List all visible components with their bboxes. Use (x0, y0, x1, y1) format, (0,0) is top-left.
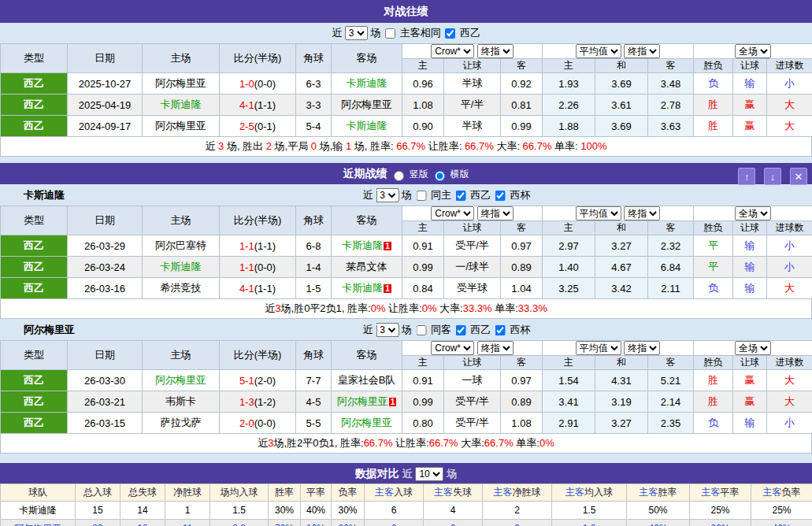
date-cell: 26-03-21 (68, 391, 143, 413)
stat-cell: 40% (301, 502, 332, 520)
away-team: 卡斯迪隆1 (332, 278, 402, 299)
col-ah-home: 主 (402, 356, 444, 370)
handicap-final-select[interactable]: 终指 (477, 44, 514, 58)
odds-avg-select[interactable]: 平均值 (576, 341, 621, 355)
col-away: 客场 (332, 44, 402, 73)
compare-near-select[interactable]: 10 (415, 467, 443, 481)
date-cell: 26-03-30 (68, 370, 143, 391)
ah-away-odds: 0.99 (501, 116, 543, 137)
away-team: 莱昂文体 (332, 257, 402, 278)
stat-cell: 30% (332, 502, 365, 520)
stat-cell: 25% (690, 502, 751, 520)
league-checkbox[interactable] (456, 325, 466, 335)
ah-line: 平/半 (444, 94, 501, 116)
ah-away-odds: 0.81 (501, 94, 543, 116)
team-name: 卡斯迪隆 (1, 502, 76, 520)
goals-result: 小 (767, 413, 812, 434)
cup-label: 西杯 (510, 189, 531, 201)
ah-line: 受平/半 (444, 413, 501, 434)
scope-select[interactable]: 全场 (735, 44, 771, 58)
eu-home-odds: 1.93 (543, 73, 595, 94)
col-type: 类型 (1, 341, 68, 370)
col-score: 比分(半场) (220, 341, 296, 370)
col-eu-away: 客 (648, 356, 694, 370)
result-group-header: 全场 (694, 206, 812, 221)
ah-away-odds: 0.92 (501, 73, 543, 94)
team2-filter: 近 3 场 同客 西乙 西杯 (363, 319, 531, 340)
col-ah-result: 让球 (733, 356, 767, 370)
away-team: 阿尔梅里亚 (332, 413, 402, 434)
team2-near-select[interactable]: 3 (376, 323, 399, 337)
corner-cell: 4-5 (296, 391, 332, 413)
col-eu-draw: 和 (595, 221, 648, 235)
league-label: 西乙 (460, 27, 480, 39)
table-row: 西乙 2025-04-19 卡斯迪隆 4-1(1-1) 3-3 阿尔梅里亚 1.… (1, 94, 812, 116)
away-team: 卡斯迪隆 (332, 73, 402, 94)
scope-select[interactable]: 全场 (735, 206, 771, 220)
date-cell: 26-03-16 (68, 278, 143, 299)
league-checkbox[interactable] (456, 191, 466, 201)
odds-final-select[interactable]: 终指 (624, 44, 660, 58)
cup-label: 西杯 (510, 324, 531, 335)
bookmaker-select[interactable]: Crow* (431, 206, 474, 220)
league-cell: 西乙 (1, 257, 68, 278)
table-row: 西乙 26-03-29 阿尔巴塞特 1-1(1-1) 6-8 卡斯迪隆1 0.9… (1, 235, 812, 257)
odds-avg-select[interactable]: 平均值 (576, 44, 621, 58)
same-home-checkbox[interactable] (416, 191, 426, 201)
corner-cell: 1-5 (296, 278, 332, 299)
eu-draw-odds: 3.19 (595, 391, 648, 413)
col-team: 球队 (1, 484, 76, 502)
recent-title-bar: 近期战绩 竖版 横版 ↑ ↓ ✕ (0, 163, 812, 184)
ah-result: 赢 (733, 94, 767, 116)
compare-table: 球队 总入球 总失球 净胜球 场均入球 胜率 平率 负率 主客入球 主客失球 主… (0, 483, 812, 526)
eu-away-odds: 2.32 (648, 235, 694, 257)
home-team: 阿尔梅里亚 (143, 73, 220, 94)
bookmaker-select[interactable]: Crow* (431, 44, 474, 58)
col-ah-line: 让球 (444, 59, 501, 73)
league-cell: 西乙 (1, 235, 68, 257)
table-row: 西乙 26-03-24 卡斯迪隆 1-1(0-0) 1-4 莱昂文体 0.99 … (1, 257, 812, 278)
stat-cell: 10% (301, 520, 332, 526)
league-label: 西乙 (470, 189, 491, 201)
goals-result: 小 (767, 73, 812, 94)
col-date: 日期 (68, 206, 143, 235)
cup-checkbox[interactable] (495, 325, 506, 335)
bookmaker-select[interactable]: Crow* (431, 341, 474, 355)
stat-cell: 50% (627, 502, 690, 520)
odds-avg-select[interactable]: 平均值 (576, 206, 621, 220)
corner-cell: 5-4 (296, 116, 332, 137)
odds-final-select[interactable]: 终指 (624, 206, 660, 220)
horizontal-radio[interactable] (435, 171, 445, 181)
away-team: 卡斯迪隆 (332, 116, 402, 137)
score-cell: 1-1(0-0) (220, 257, 296, 278)
eu-draw-odds: 3.69 (595, 116, 648, 137)
league-checkbox[interactable] (445, 28, 455, 39)
h2h-near-select[interactable]: 3 (345, 26, 368, 40)
handicap-final-select[interactable]: 终指 (477, 206, 514, 220)
odds-group-header: 平均值 终指 (543, 206, 694, 221)
same-away-checkbox[interactable] (416, 325, 426, 335)
move-up-button[interactable]: ↑ (738, 168, 755, 185)
same-homeaway-checkbox[interactable] (385, 28, 395, 39)
date-cell: 2025-04-19 (68, 94, 143, 116)
away-team: 皇家社会B队 (332, 370, 402, 391)
score-cell: 2-5(0-1) (220, 116, 296, 137)
cup-checkbox[interactable] (495, 191, 506, 201)
ah-home-odds: 0.99 (402, 257, 444, 278)
col-wdl: 胜负 (694, 59, 733, 73)
team1-near-select[interactable]: 3 (376, 188, 399, 202)
team1-name: 卡斯迪隆 (0, 189, 65, 201)
eu-draw-odds: 4.67 (595, 257, 648, 278)
col-ah-home: 主 (402, 221, 444, 235)
eu-home-odds: 1.54 (543, 370, 595, 391)
result-group-header: 全场 (694, 341, 812, 356)
move-down-button[interactable]: ↓ (764, 168, 781, 185)
vertical-radio[interactable] (394, 171, 404, 181)
scope-select[interactable]: 全场 (735, 341, 771, 355)
handicap-final-select[interactable]: 终指 (477, 341, 514, 355)
close-button[interactable]: ✕ (790, 168, 807, 185)
odds-final-select[interactable]: 终指 (624, 341, 660, 355)
eu-away-odds: 3.48 (648, 73, 694, 94)
col-eu-home: 主 (543, 59, 595, 73)
col-goals-against: 总失球 (121, 484, 165, 502)
